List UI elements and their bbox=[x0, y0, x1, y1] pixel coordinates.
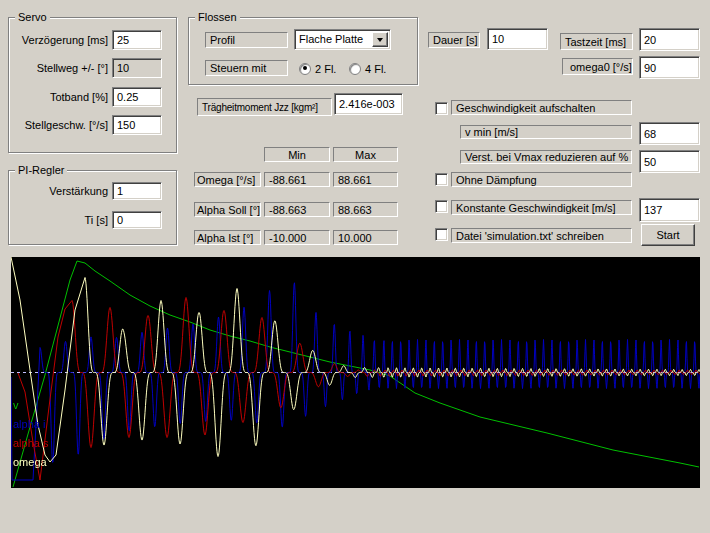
steuern-mit-label: Steuern mit bbox=[205, 60, 288, 76]
servo-group-title: Servo bbox=[15, 11, 50, 23]
v-min-field[interactable]: 68 bbox=[639, 122, 700, 145]
profil-combobox-value: Flache Platte bbox=[299, 33, 363, 45]
start-button[interactable]: Start bbox=[641, 224, 695, 246]
verstaerkung-field[interactable]: 1 bbox=[112, 182, 162, 200]
totband-label: Totband [%] bbox=[10, 91, 108, 103]
geschwindigkeit-aufschalten-checkbox[interactable] bbox=[435, 102, 448, 115]
konstante-geschwindigkeit-label: Konstante Geschwindigkeit [m/s] bbox=[451, 200, 632, 215]
verst-vmax-label: Verst. bei Vmax reduzieren auf % bbox=[460, 150, 632, 164]
alpha-ist-min-value: -10.000 bbox=[264, 230, 330, 245]
ohne-daempfung-label: Ohne Dämpfung bbox=[451, 172, 632, 187]
verstaerkung-label: Verstärkung bbox=[10, 185, 108, 197]
radio-4fl-label: 4 Fl. bbox=[365, 63, 386, 75]
stellweg-label: Stellweg +/- [°] bbox=[10, 62, 108, 74]
konstante-geschwindigkeit-field[interactable]: 137 bbox=[639, 198, 700, 222]
alpha-soll-row-label: Alpha Soll [°] bbox=[194, 202, 261, 217]
stellgeschw-field[interactable]: 150 bbox=[112, 115, 162, 135]
plot-area: v alpha i alpha s omega bbox=[11, 257, 700, 488]
omega-min-value: -88.661 bbox=[264, 172, 330, 187]
legend-omega: omega bbox=[13, 456, 47, 468]
dauer-label: Dauer [s] bbox=[428, 32, 480, 48]
totband-field[interactable]: 0.25 bbox=[112, 87, 162, 107]
minmax-header-max: Max bbox=[333, 147, 398, 162]
omega-max-value: 88.661 bbox=[333, 172, 398, 187]
v-min-label: v min [m/s] bbox=[460, 125, 632, 139]
verzoegerung-field[interactable]: 25 bbox=[112, 30, 162, 50]
tastzeit-field[interactable]: 20 bbox=[639, 28, 700, 51]
simulation-window: { "servo": {"title":"Servo","rows":[ {"l… bbox=[0, 0, 710, 533]
datei-schreiben-checkbox[interactable] bbox=[435, 228, 448, 241]
radio-4fl[interactable] bbox=[349, 63, 361, 75]
traegheitmoment-field[interactable]: 2.416e-003 bbox=[334, 93, 403, 115]
simulation-plot-canvas bbox=[11, 257, 700, 488]
tastzeit-label: Tastzeit [ms] bbox=[560, 33, 633, 50]
minmax-header-min: Min bbox=[264, 147, 330, 162]
datei-schreiben-label: Datei 'simulation.txt' schreiben bbox=[451, 228, 632, 243]
geschwindigkeit-aufschalten-label: Geschwindigkeit aufschalten bbox=[451, 100, 632, 115]
legend-alpha-i: alpha i bbox=[13, 418, 45, 430]
alpha-ist-max-value: 10.000 bbox=[333, 230, 398, 245]
konstante-geschwindigkeit-checkbox[interactable] bbox=[435, 200, 448, 213]
profil-combobox[interactable]: Flache Platte bbox=[294, 29, 391, 50]
radio-2fl-label: 2 Fl. bbox=[315, 63, 336, 75]
alpha-soll-min-value: -88.663 bbox=[264, 202, 330, 217]
legend-v: v bbox=[13, 399, 19, 411]
profil-combobox-dropdown-button[interactable] bbox=[372, 32, 388, 47]
omega0-field[interactable]: 90 bbox=[639, 56, 700, 79]
omega0-label: omega0 [°/s] bbox=[562, 58, 633, 75]
stellweg-field[interactable]: 10 bbox=[112, 58, 162, 78]
ti-field[interactable]: 0 bbox=[112, 211, 162, 229]
verzoegerung-label: Verzögerung [ms] bbox=[10, 34, 108, 46]
chevron-down-icon bbox=[377, 38, 383, 42]
radio-2fl[interactable] bbox=[299, 63, 311, 75]
omega-row-label: Omega [°/s] bbox=[194, 172, 261, 187]
ti-label: Ti [s] bbox=[10, 214, 108, 226]
stellgeschw-label: Stellgeschw. [°/s] bbox=[10, 119, 108, 131]
legend-alpha-s: alpha s bbox=[13, 437, 48, 449]
flossen-group-title: Flossen bbox=[195, 11, 240, 23]
traegheitmoment-label: Trägheitmoment Jzz [kgm²] bbox=[197, 98, 332, 116]
pi-regler-group-title: PI-Regler bbox=[15, 164, 67, 176]
ohne-daempfung-checkbox[interactable] bbox=[435, 173, 448, 186]
profil-label: Profil bbox=[205, 32, 288, 48]
dauer-field[interactable]: 10 bbox=[487, 28, 548, 50]
alpha-soll-max-value: 88.663 bbox=[333, 202, 398, 217]
alpha-ist-row-label: Alpha Ist [°] bbox=[194, 230, 261, 245]
verst-vmax-field[interactable]: 50 bbox=[639, 150, 700, 173]
